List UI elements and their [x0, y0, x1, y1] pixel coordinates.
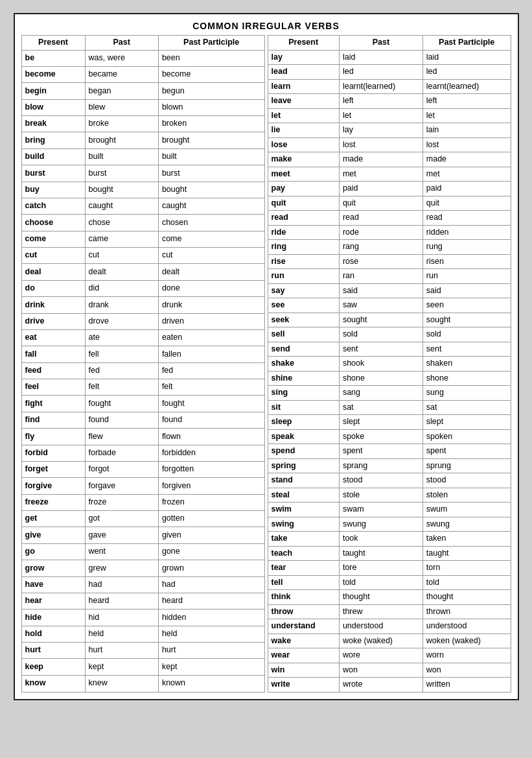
past-participle-verb: swum [422, 503, 511, 517]
present-verb: swim [268, 503, 339, 517]
present-verb: pay [268, 182, 339, 196]
past-verb: tore [339, 561, 422, 576]
past-verb: gave [85, 527, 158, 543]
present-verb: come [21, 231, 85, 247]
past-verb: laid [339, 50, 422, 65]
past-participle-verb: sprung [422, 458, 511, 473]
present-verb: go [21, 543, 85, 560]
past-participle-verb: lain [422, 123, 511, 138]
table-row: speakspokespoken [268, 429, 511, 444]
present-verb: shake [268, 357, 339, 372]
present-verb: do [21, 280, 85, 296]
present-verb: eat [21, 329, 85, 346]
table-row: swingswungswung [268, 517, 511, 532]
table-row: quitquitquit [268, 196, 511, 211]
present-verb: meet [268, 167, 339, 182]
past-verb: forgave [85, 478, 158, 494]
table-row: wakewoke (waked)woken (waked) [268, 634, 511, 648]
past-participle-verb: shaken [422, 357, 511, 372]
table-row: standstoodstood [268, 473, 511, 488]
past-verb: swam [339, 503, 422, 517]
past-verb: blew [85, 99, 158, 115]
present-verb: spring [268, 458, 339, 473]
past-verb: learnt(learned) [339, 79, 422, 94]
present-verb: know [21, 675, 85, 692]
table-row: learnlearnt(learned)learnt(learned) [268, 79, 511, 94]
table-row: becomebecamebecome [21, 66, 264, 82]
column-header: Present [21, 36, 85, 51]
past-verb: burst [85, 165, 158, 182]
table-row: feelfeltfelt [21, 379, 264, 396]
past-verb: stood [339, 473, 422, 488]
past-verb: fed [85, 362, 158, 379]
present-verb: hear [21, 593, 85, 609]
present-verb: swing [268, 517, 339, 532]
table-row: singsangsung [268, 386, 511, 401]
present-verb: buy [21, 182, 85, 198]
table-row: dealdealtdealt [21, 264, 264, 280]
present-verb: understand [268, 619, 339, 634]
past-participle-verb: chosen [158, 215, 264, 231]
table-row: choosechosechosen [21, 215, 264, 231]
past-verb: brought [85, 132, 158, 148]
past-verb: woke (waked) [339, 634, 422, 648]
past-participle-verb: burst [158, 165, 264, 182]
past-participle-verb: ridden [422, 225, 511, 240]
past-participle-verb: dealt [158, 264, 264, 280]
table-row: spendspentspent [268, 444, 511, 459]
past-participle-verb: found [158, 412, 264, 428]
past-verb: let [339, 108, 422, 123]
past-participle-verb: drunk [158, 297, 264, 313]
present-verb: sell [268, 327, 339, 342]
past-verb: sent [339, 342, 422, 357]
present-verb: become [21, 66, 85, 82]
table-row: sleepsleptslept [268, 415, 511, 430]
past-participle-verb: held [158, 626, 264, 642]
present-verb: be [21, 50, 85, 66]
table-row: swimswamswum [268, 503, 511, 517]
page-title: COMMON IRREGULAR VERBS [21, 21, 511, 31]
table-row: throwthrewthrown [268, 604, 511, 619]
present-verb: throw [268, 604, 339, 619]
table-row: forgiveforgaveforgiven [21, 478, 264, 494]
past-participle-verb: frozen [158, 494, 264, 510]
past-participle-verb: paid [422, 182, 511, 196]
table-row: holdheldheld [21, 626, 264, 642]
table-row: breakbrokebroken [21, 116, 264, 132]
table-row: buildbuiltbuilt [21, 148, 264, 165]
past-participle-verb: sent [422, 342, 511, 357]
past-participle-verb: sold [422, 327, 511, 342]
past-participle-verb: brought [158, 132, 264, 148]
past-verb: left [339, 94, 422, 109]
past-verb: lost [339, 137, 422, 152]
past-verb: ate [85, 329, 158, 346]
past-verb: thought [339, 590, 422, 605]
tables-container: PresentPastPast Participlebewas, werebee… [21, 35, 511, 693]
past-verb: cut [85, 248, 158, 264]
table-row: readreadread [268, 211, 511, 226]
past-verb: rode [339, 225, 422, 240]
present-verb: speak [268, 429, 339, 444]
table-row: growgrewgrown [21, 560, 264, 576]
present-verb: build [21, 148, 85, 165]
past-participle-verb: sought [422, 313, 511, 327]
past-verb: came [85, 231, 158, 247]
table-row: hidehidhidden [21, 610, 264, 626]
present-verb: spend [268, 444, 339, 459]
past-verb: flew [85, 429, 158, 445]
present-verb: ride [268, 225, 339, 240]
past-verb: slept [339, 415, 422, 430]
past-verb: found [85, 412, 158, 428]
table-row: sellsoldsold [268, 327, 511, 342]
past-verb: drove [85, 313, 158, 329]
past-participle-verb: gone [158, 543, 264, 560]
past-participle-verb: done [158, 280, 264, 296]
past-participle-verb: made [422, 152, 511, 167]
past-verb: stole [339, 488, 422, 503]
table-row: fallfellfallen [21, 346, 264, 362]
present-verb: freeze [21, 494, 85, 510]
past-verb: knew [85, 675, 158, 692]
table-row: havehadhad [21, 576, 264, 593]
table-row: writewrotewritten [268, 678, 511, 693]
present-verb: steal [268, 488, 339, 503]
